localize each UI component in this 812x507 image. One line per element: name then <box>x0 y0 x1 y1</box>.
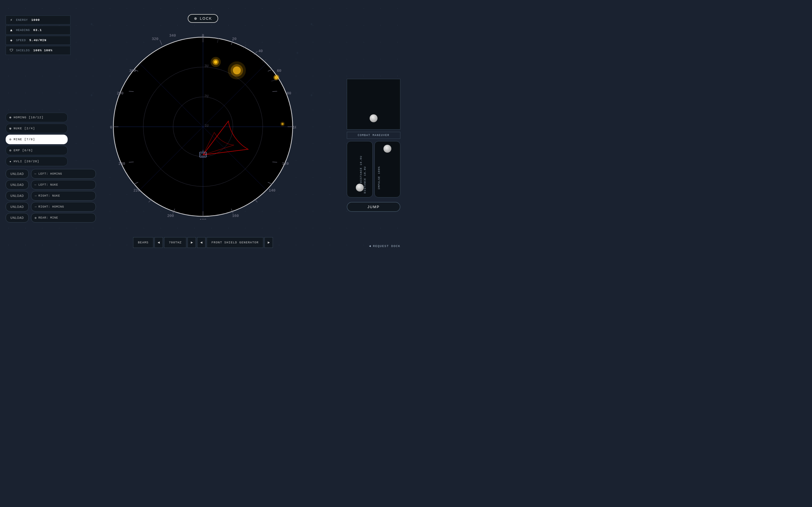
stats-panel: ⚡ ENERGY 1000 ▲ HEADING 63.1 ◈ SPEED 5.4… <box>6 15 70 55</box>
shield-left-arrow[interactable]: ◄ <box>197 237 206 248</box>
request-dock-label: REQUEST DOCK <box>373 244 400 248</box>
impulse-label-text: IMPULSE 100% <box>378 166 380 189</box>
svg-text:280: 280 <box>117 91 123 96</box>
unload-row-0: UNLOAD ← LEFT: HOMING <box>6 169 96 179</box>
arrow-icon-1: ← <box>35 183 37 186</box>
request-dock-button[interactable]: ◄ REQUEST DOCK <box>369 244 400 248</box>
combat-ball <box>370 114 377 122</box>
svg-text:20: 20 <box>232 37 237 41</box>
combat-display <box>347 79 400 129</box>
weapon-label-emp: EMP [6/6] <box>13 149 33 152</box>
weapon-label-homing: HOMING [10/12] <box>13 116 43 119</box>
arrow-icon-4: ⚙ <box>35 216 37 220</box>
jump-button[interactable]: JUMP <box>347 202 400 212</box>
weapon-label-hvli: HVLI [20/20] <box>13 160 39 163</box>
combat-maneuver-label: COMBAT MANEUVER <box>347 132 400 139</box>
svg-point-64 <box>282 123 284 125</box>
speed-icon: ◈ <box>9 38 14 43</box>
svg-text:140: 140 <box>269 188 275 193</box>
weapon-icon-homing: ⊕ <box>9 115 11 120</box>
unload-row-3: UNLOAD → RIGHT: HOMING <box>6 202 96 212</box>
arrow-icon-0: ← <box>35 172 37 175</box>
weapon-label-nuke: NUKE [2/4] <box>13 127 35 130</box>
svg-line-28 <box>129 91 134 92</box>
beams-right-arrow[interactable]: ► <box>188 237 196 248</box>
heading-icon: ▲ <box>9 28 14 33</box>
svg-text:0: 0 <box>202 34 204 38</box>
svg-text:180: 180 <box>200 218 206 220</box>
unload-target-0[interactable]: ← LEFT: HOMING <box>31 169 96 179</box>
unload-target-3[interactable]: → RIGHT: HOMING <box>31 202 96 212</box>
unload-row-4: UNLOAD ⚙ REAR: MINE <box>6 213 96 223</box>
target-label-2: RIGHT: NUKE <box>38 194 60 198</box>
lock-button[interactable]: ⊕ LOCK <box>188 14 218 23</box>
right-panel: COMBAT MANEUVER DISTANCE 10.0U JUMP <box>347 79 400 212</box>
unload-btn-2[interactable]: UNLOAD <box>6 191 29 201</box>
weapon-hvli[interactable]: ✦HVLI [20/20] <box>6 157 68 166</box>
beams-left-arrow[interactable]: ◄ <box>154 237 163 248</box>
unload-btn-3[interactable]: UNLOAD <box>6 202 29 212</box>
energy-value: 1000 <box>31 18 40 22</box>
distance-slider[interactable]: DISTANCE 10.0U <box>347 141 373 198</box>
heading-row: ▲ HEADING 63.1 <box>6 25 70 35</box>
speed-label: SPEED <box>16 39 26 42</box>
heading-value: 63.1 <box>33 29 42 32</box>
unload-btn-1[interactable]: UNLOAD <box>6 180 29 189</box>
svg-text:1U: 1U <box>204 124 208 128</box>
unload-btn-0[interactable]: UNLOAD <box>6 169 29 179</box>
impulse-thumb[interactable] <box>384 145 391 153</box>
shield-right-arrow[interactable]: ► <box>264 237 273 248</box>
svg-text:120: 120 <box>282 162 289 166</box>
unload-target-4[interactable]: ⚙ REAR: MINE <box>31 213 96 223</box>
request-dock-icon: ◄ <box>369 244 371 248</box>
shields-value: 100% 100% <box>33 49 52 52</box>
svg-text:3U: 3U <box>204 64 208 68</box>
target-label-3: RIGHT: HOMING <box>38 205 64 209</box>
weapon-label-mine: MINE [7/8] <box>13 138 35 141</box>
energy-icon: ⚡ <box>9 18 14 22</box>
distance-label: DISTANCE 10.0U <box>360 142 363 197</box>
svg-text:260: 260 <box>110 125 112 129</box>
lock-icon: ⊕ <box>194 16 198 20</box>
svg-text:160: 160 <box>232 214 239 218</box>
speed-value: 5.4U/MIN <box>29 39 47 42</box>
weapon-mine[interactable]: ⊙MINE [7/8] <box>6 135 68 144</box>
svg-line-26 <box>129 162 134 162</box>
unload-btn-4[interactable]: UNLOAD <box>6 213 29 223</box>
shield-label: FRONT SHIELD GENERATOR <box>207 237 263 248</box>
svg-point-62 <box>214 60 217 64</box>
svg-text:320: 320 <box>152 37 158 41</box>
weapon-nuke[interactable]: ☢NUKE [2/4] <box>6 124 68 133</box>
svg-text:2U: 2U <box>204 94 208 98</box>
svg-text:220: 220 <box>133 188 140 193</box>
weapons-panel: ⊕HOMING [10/12]☢NUKE [2/4]⊙MINE [7/8]⊙EM… <box>6 113 68 166</box>
distance-label-text: DISTANCE 10.0U <box>364 166 366 193</box>
svg-text:60: 60 <box>277 69 282 73</box>
weapon-homing[interactable]: ⊕HOMING [10/12] <box>6 113 68 122</box>
svg-text:300: 300 <box>129 69 136 73</box>
energy-label: ENERGY <box>16 18 28 22</box>
unload-row-2: UNLOAD → RIGHT: NUKE <box>6 191 96 201</box>
svg-text:40: 40 <box>258 49 263 53</box>
weapon-icon-nuke: ☢ <box>9 126 11 131</box>
heading-label: HEADING <box>16 29 30 32</box>
unload-target-2[interactable]: → RIGHT: NUKE <box>31 191 96 201</box>
svg-line-16 <box>272 91 277 92</box>
energy-row: ⚡ ENERGY 1000 <box>6 15 70 24</box>
target-label-1: LEFT: NUKE <box>38 183 58 186</box>
weapon-icon-hvli: ✦ <box>9 159 11 164</box>
svg-text:340: 340 <box>169 34 175 38</box>
sliders-container: DISTANCE 10.0U <box>347 141 400 198</box>
unload-target-1[interactable]: ← LEFT: NUKE <box>31 180 96 189</box>
freq-label: 700THZ <box>164 237 187 248</box>
svg-text:200: 200 <box>167 214 174 218</box>
svg-point-57 <box>233 66 241 74</box>
weapon-emp[interactable]: ⊙EMP [6/6] <box>6 146 68 155</box>
shields-label: SHIELDS <box>16 49 30 52</box>
svg-text:100: 100 <box>293 125 296 129</box>
unload-panel: UNLOAD ← LEFT: HOMING UNLOAD ← LEFT: NUK… <box>6 169 96 223</box>
speed-row: ◈ SPEED 5.4U/MIN <box>6 36 70 45</box>
target-label-0: LEFT: HOMING <box>38 172 62 175</box>
arrow-icon-2: → <box>35 194 37 198</box>
svg-point-59 <box>274 76 278 79</box>
